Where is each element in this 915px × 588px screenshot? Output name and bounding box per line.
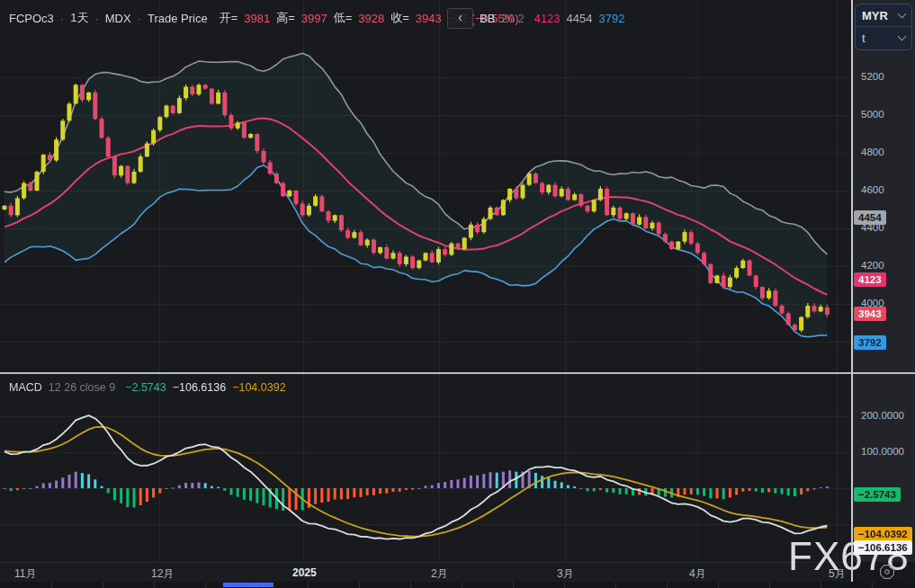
scrollbar-tick [513, 582, 514, 588]
low-value: 3928 [358, 12, 384, 25]
axis-tick-label: 5000 [861, 109, 884, 120]
trading-chart-app: FX678 FCPOc3 · 1天 · MDX · Trade Price 开=… [0, 0, 915, 588]
chevron-down-icon [898, 10, 907, 19]
scrollbar-tick [359, 582, 360, 588]
time-label: 3月 [557, 566, 574, 582]
open-label: 开= [220, 10, 238, 26]
chart-canvas[interactable] [0, 0, 853, 582]
scrollbar-tick [564, 582, 565, 588]
time-label: 5月 [829, 566, 846, 582]
time-label: 4月 [689, 566, 706, 582]
scrollbar-tick [154, 582, 155, 588]
axis-tick-label: 5200 [861, 71, 884, 82]
unit-value: t [862, 31, 866, 45]
high-label: 高= [276, 10, 295, 26]
unit-dropdown[interactable]: t [856, 26, 911, 49]
scrollbar-tick [769, 582, 770, 588]
exchange-label: MDX [105, 12, 131, 25]
scrollbar-thumb[interactable] [223, 583, 274, 587]
axis-settings-icon[interactable] [879, 564, 895, 580]
time-label: 2月 [431, 566, 448, 582]
scrollbar-tick [821, 582, 821, 588]
macd-legend[interactable]: MACD 12 26 close 9 −2.5743 −106.6136 −10… [9, 378, 286, 397]
bb-lower-value: 3792 [599, 12, 625, 25]
macd-name: MACD [9, 381, 42, 394]
time-axis[interactable]: 11月12月20252月3月4月5月 [0, 562, 915, 583]
axis-value-badge: 3792 [854, 335, 886, 350]
axis-value-badge: 4123 [854, 272, 886, 287]
time-label: 12月 [151, 566, 174, 582]
low-label: 低= [334, 10, 353, 26]
legend-collapse-button[interactable]: ‹ [447, 8, 473, 29]
macd-line-value: −106.6136 [173, 381, 226, 394]
close-value: 3943 [416, 12, 442, 25]
scrollbar-tick [872, 582, 873, 588]
scrollbar-tick [205, 582, 206, 588]
axis-value-badge: −106.6136 [854, 540, 912, 555]
scrollbar-tick [462, 582, 462, 588]
axis-value-badge: 4454 [854, 210, 886, 225]
horizontal-scrollbar[interactable] [0, 582, 915, 588]
axis-tick-label: 4800 [861, 147, 884, 157]
axis-tick-label: 4200 [861, 260, 884, 271]
axis-tick-label: 100.0000 [861, 446, 904, 457]
high-value: 3997 [301, 12, 327, 25]
pane-separator[interactable] [0, 372, 915, 374]
axis-unit-selector: MYR t [855, 4, 912, 50]
open-value: 3981 [244, 12, 270, 25]
scrollbar-tick [718, 582, 719, 588]
chevron-down-icon [898, 32, 907, 41]
scrollbar-tick [103, 582, 103, 588]
scrollbar-tick [51, 582, 52, 588]
bb-basis-value: 4123 [534, 12, 561, 25]
scrollbar-tick [667, 582, 668, 588]
axis-tick-label: 4600 [861, 184, 884, 195]
interval-label: 1天 [70, 10, 88, 26]
symbol-name: FCPOc3 [9, 12, 54, 25]
bb-legend[interactable]: BB 20 2 4123 4454 3792 [480, 8, 624, 28]
chevron-left-icon: ‹ [458, 10, 462, 24]
axis-separator-line [851, 0, 853, 582]
axis-tick-label: 200.0000 [861, 410, 904, 421]
axis-value-badge: −104.0392 [854, 527, 912, 541]
time-label: 2025 [292, 566, 317, 579]
currency-dropdown[interactable]: MYR [856, 4, 911, 26]
close-label: 收= [390, 10, 409, 26]
symbol-legend[interactable]: FCPOc3 · 1天 · MDX · Trade Price 开=3981 高… [9, 8, 519, 28]
macd-params: 12 26 close 9 [49, 381, 115, 394]
macd-signal-value: −104.0392 [232, 381, 285, 394]
scrollbar-tick [308, 582, 309, 588]
axis-value-badge: −2.5743 [854, 487, 901, 502]
bb-params: 20 2 [501, 12, 524, 25]
bb-upper-value: 4454 [567, 12, 593, 25]
currency-value: MYR [862, 9, 888, 22]
scrollbar-tick [615, 582, 616, 588]
axis-value-badge: 3943 [854, 307, 886, 321]
bb-name: BB [480, 12, 495, 25]
scrollbar-tick [410, 582, 411, 588]
time-label: 11月 [14, 566, 36, 582]
macd-hist-value: −2.5743 [125, 381, 166, 394]
series-type-label: Trade Price [148, 12, 208, 25]
